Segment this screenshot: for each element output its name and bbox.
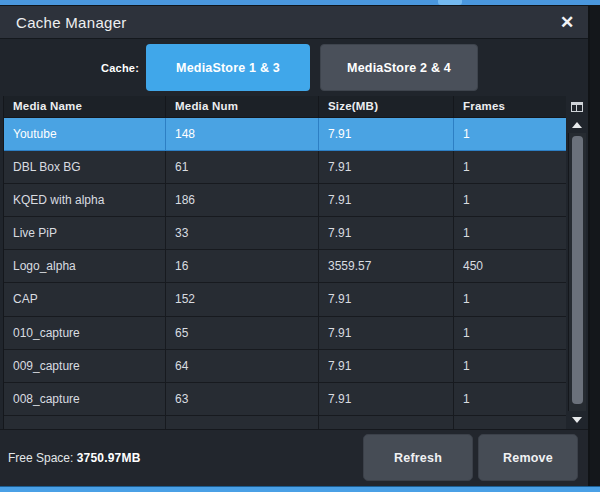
- column-header-size[interactable]: Size(MB): [319, 96, 454, 117]
- table-row[interactable]: DBL Box BG 61 7.91 1: [4, 151, 566, 184]
- column-options-button[interactable]: [568, 96, 586, 118]
- table-row[interactable]: CAP 152 7.91 1: [4, 283, 566, 316]
- table-row[interactable]: Youtube 148 7.91 1: [4, 118, 566, 151]
- triangle-up-icon: [572, 122, 582, 128]
- cache-selector: Cache: MediaStore 1 & 3 MediaStore 2 & 4: [0, 39, 588, 96]
- free-space-value: 3750.97MB: [77, 451, 141, 465]
- scrollbar-thumb[interactable]: [572, 136, 583, 404]
- column-options-icon: [571, 102, 583, 112]
- scroll-up-button[interactable]: [568, 118, 586, 133]
- column-header-media-name[interactable]: Media Name: [4, 96, 166, 117]
- footer: Free Space: 3750.97MB Refresh Remove: [0, 429, 588, 486]
- table-row[interactable]: 009_capture 64 7.91 1: [4, 350, 566, 383]
- table-body: Youtube 148 7.91 1 DBL Box BG 61 7.91 1 …: [4, 118, 566, 417]
- cache-manager-dialog: Cache Manager ✕ Cache: MediaStore 1 & 3 …: [0, 6, 590, 486]
- titlebar: Cache Manager ✕: [0, 6, 588, 39]
- column-header-media-num[interactable]: Media Num: [166, 96, 319, 117]
- background-right-sliver: [590, 6, 600, 486]
- background-tab-notch: [438, 0, 462, 5]
- triangle-down-icon: [572, 417, 582, 423]
- free-space-label: Free Space:: [8, 451, 73, 465]
- refresh-button[interactable]: Refresh: [363, 434, 473, 481]
- column-header-frames[interactable]: Frames: [454, 96, 566, 117]
- remove-button[interactable]: Remove: [478, 434, 578, 481]
- table-row[interactable]: Logo_alpha 16 3559.57 450: [4, 250, 566, 283]
- cache-label: Cache:: [0, 62, 146, 74]
- table-row[interactable]: 008_capture 63 7.91 1: [4, 383, 566, 416]
- tab-mediastore-1-3[interactable]: MediaStore 1 & 3: [146, 44, 310, 91]
- screen: Cache Manager ✕ Cache: MediaStore 1 & 3 …: [0, 0, 600, 492]
- scrollbar-track[interactable]: [568, 133, 586, 412]
- table-row[interactable]: Live PiP 33 7.91 1: [4, 217, 566, 250]
- table-row[interactable]: 010_capture 65 7.91 1: [4, 317, 566, 350]
- scrollbar: [566, 96, 586, 429]
- dialog-title: Cache Manager: [16, 14, 127, 31]
- scroll-down-button[interactable]: [568, 411, 586, 429]
- tab-mediastore-2-4[interactable]: MediaStore 2 & 4: [320, 44, 478, 91]
- footer-buttons: Refresh Remove: [363, 434, 578, 481]
- media-table: Media Name Media Num Size(MB) Frames You…: [3, 96, 586, 429]
- background-bottom-strip: [0, 486, 600, 492]
- table-header: Media Name Media Num Size(MB) Frames: [4, 96, 566, 118]
- table-row-partial[interactable]: [4, 416, 566, 429]
- close-icon[interactable]: ✕: [555, 11, 579, 35]
- table-row[interactable]: KQED with alpha 186 7.91 1: [4, 184, 566, 217]
- free-space-text: Free Space: 3750.97MB: [0, 451, 141, 465]
- media-table-grid: Media Name Media Num Size(MB) Frames You…: [3, 96, 566, 429]
